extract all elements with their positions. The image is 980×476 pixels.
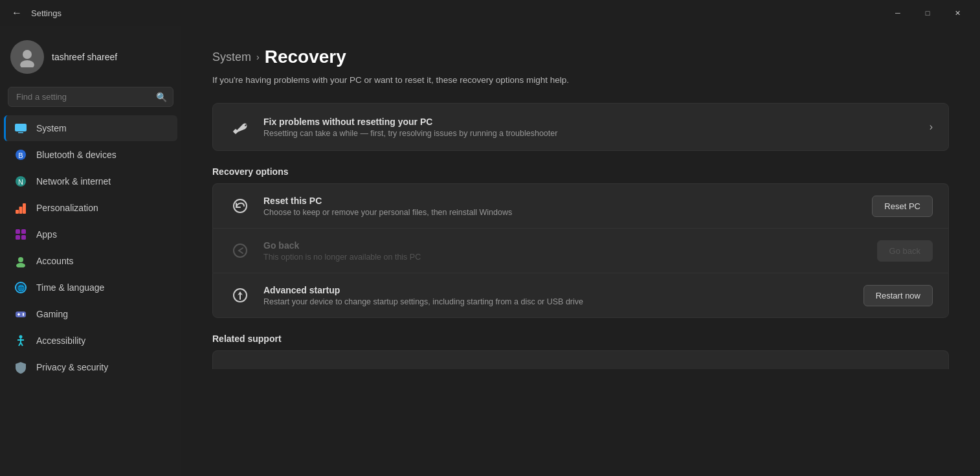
user-profile: tashreef shareef [0,34,181,87]
window-controls: ─ □ ✕ [883,0,972,26]
window-title: Settings [31,8,883,18]
svg-rect-12 [21,229,26,234]
svg-rect-3 [18,132,23,133]
apps-icon [14,228,27,241]
sidebar-item-system-label: System [36,123,67,133]
svg-point-16 [16,263,25,267]
reset-pc-button[interactable]: Reset PC [872,196,933,217]
svg-point-25 [19,335,23,339]
fix-card-text: Fix problems without resetting your PC R… [263,117,918,138]
close-button[interactable]: ✕ [942,0,972,26]
time-icon: 🌐 [14,281,27,294]
accessibility-icon [14,334,27,347]
reset-pc-desc: Choose to keep or remove your personal f… [263,208,860,217]
go-back-row: Go back This option is no longer availab… [212,228,949,273]
settings-window: ← Settings ─ □ ✕ tashreef shareef [0,0,980,476]
sidebar-item-gaming-label: Gaming [36,309,68,319]
privacy-icon [14,361,27,374]
sidebar-item-personalization[interactable]: Personalization [4,195,177,221]
search-icon: 🔍 [156,92,167,102]
related-support-title: Related support [212,334,949,344]
sidebar-item-gaming[interactable]: Gaming [4,301,177,327]
avatar [10,40,44,74]
back-button[interactable]: ← [8,4,26,22]
sidebar-item-network[interactable]: N Network & internet [4,168,177,194]
title-bar: ← Settings ─ □ ✕ [0,0,980,26]
goback-icon [228,239,252,262]
search-input[interactable] [8,87,173,107]
svg-text:N: N [18,178,23,186]
accounts-icon [14,255,27,267]
maximize-button[interactable]: □ [913,0,942,26]
svg-point-15 [18,257,23,262]
go-back-text: Go back This option is no longer availab… [263,240,865,262]
sidebar-item-accounts[interactable]: Accounts [4,248,177,274]
bluetooth-icon: B [14,148,27,161]
gaming-icon [14,308,27,321]
svg-text:B: B [18,152,23,159]
svg-text:🌐: 🌐 [17,284,25,292]
reset-pc-row: Reset this PC Choose to keep or remove y… [212,183,949,228]
minimize-button[interactable]: ─ [883,0,913,26]
advanced-startup-title: Advanced startup [263,285,852,295]
svg-point-0 [23,50,32,59]
main-content: System › Recovery If you're having probl… [181,26,980,476]
sidebar-item-personalization-label: Personalization [36,203,98,213]
sidebar-item-privacy-label: Privacy & security [36,362,108,372]
advanced-startup-text: Advanced startup Restart your device to … [263,285,852,306]
breadcrumb-system[interactable]: System [212,51,251,64]
page-description: If you're having problems with your PC o… [212,75,949,85]
content-area: tashreef shareef 🔍 System [0,26,980,476]
restart-now-button[interactable]: Restart now [863,285,933,306]
go-back-desc: This option is no longer available on th… [263,253,865,262]
system-icon [14,122,27,135]
search-box: 🔍 [8,87,173,107]
fix-card-desc: Resetting can take a while — first, try … [263,129,918,138]
reset-pc-text: Reset this PC Choose to keep or remove y… [263,196,860,217]
sidebar-item-network-label: Network & internet [36,176,111,187]
svg-rect-20 [16,312,26,317]
svg-line-29 [21,343,23,346]
sidebar-item-privacy[interactable]: Privacy & security [4,354,177,380]
sidebar-item-accounts-label: Accounts [36,256,74,266]
breadcrumb-arrow: › [256,52,260,62]
sidebar-item-accessibility-label: Accessibility [36,335,85,346]
svg-point-1 [20,60,34,67]
fix-problems-card[interactable]: Fix problems without resetting your PC R… [212,103,949,151]
svg-rect-8 [16,210,19,214]
reset-pc-title: Reset this PC [263,196,860,206]
sidebar-item-system[interactable]: System [4,115,177,141]
advanced-startup-icon [228,284,252,307]
sidebar-nav: System B Bluetooth & devices [0,115,181,381]
svg-rect-11 [16,229,20,234]
sidebar-item-apps-label: Apps [36,229,57,240]
sidebar-item-bluetooth-label: Bluetooth & devices [36,150,117,160]
related-support-section: Related support [212,334,949,369]
go-back-title: Go back [263,240,865,251]
svg-rect-9 [19,207,23,214]
page-title: Recovery [265,47,346,67]
advanced-startup-desc: Restart your device to change startup se… [263,297,852,306]
svg-rect-13 [16,235,20,240]
sidebar-item-apps[interactable]: Apps [4,221,177,247]
user-avatar-icon [17,47,38,67]
sidebar-item-accessibility[interactable]: Accessibility [4,328,177,354]
sidebar-item-bluetooth[interactable]: B Bluetooth & devices [4,142,177,168]
breadcrumb: System › Recovery [212,47,949,67]
sidebar: tashreef shareef 🔍 System [0,26,181,476]
user-name: tashreef shareef [52,52,117,62]
network-icon: N [14,175,27,188]
recovery-options-title: Recovery options [212,166,949,177]
related-support-card[interactable] [212,350,949,369]
chevron-right-icon: › [930,121,933,133]
wrench-icon [228,115,252,139]
fix-card-title: Fix problems without resetting your PC [263,117,918,127]
advanced-startup-row: Advanced startup Restart your device to … [212,273,949,318]
reset-icon [228,194,252,218]
svg-rect-22 [18,313,19,316]
svg-rect-10 [23,203,26,214]
sidebar-item-time[interactable]: 🌐 Time & language [4,275,177,300]
svg-point-24 [23,314,24,315]
svg-point-32 [234,244,247,257]
go-back-button[interactable]: Go back [877,240,933,262]
